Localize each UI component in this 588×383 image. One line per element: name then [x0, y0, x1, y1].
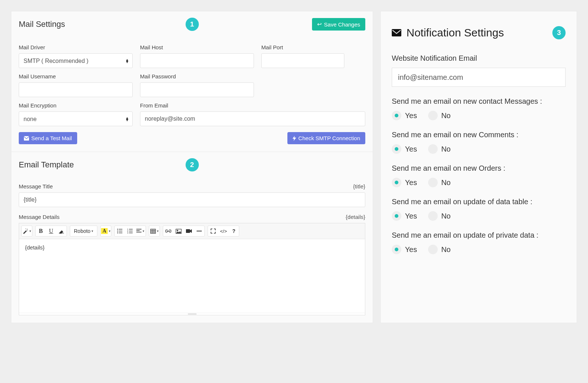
fullscreen-icon[interactable]	[208, 226, 218, 236]
mail-settings-title: Mail Settings	[19, 19, 65, 29]
text-color-icon[interactable]: A▾	[101, 226, 111, 236]
chevron-down-icon: ▾	[143, 229, 144, 233]
mail-username-input[interactable]	[19, 82, 133, 97]
check-smtp-button[interactable]: Check SMTP Connection	[287, 132, 365, 144]
mail-password-label: Mail Password	[140, 73, 254, 79]
radio-comments-yes[interactable]: Yes	[392, 144, 417, 154]
save-changes-label: Save Changes	[324, 21, 360, 28]
radio-icon	[428, 111, 438, 120]
table-icon[interactable]: ▾	[149, 226, 159, 236]
svg-rect-28	[186, 229, 190, 233]
mail-encryption-select[interactable]: none	[19, 111, 133, 126]
mail-driver-select[interactable]: SMTP ( Recommended )	[19, 53, 133, 68]
section-badge-2: 2	[186, 158, 199, 171]
chevron-down-icon: ▾	[92, 229, 93, 233]
radio-orders-yes[interactable]: Yes	[392, 178, 417, 187]
radio-private-no[interactable]: No	[428, 245, 451, 254]
mail-settings-panel: Mail Settings 1 ↩ Save Changes Mail Driv…	[11, 11, 373, 323]
radio-contact-no[interactable]: No	[428, 111, 451, 120]
radio-icon	[392, 111, 401, 120]
envelope-icon	[24, 136, 29, 141]
radio-icon	[392, 245, 401, 254]
resize-handle-icon[interactable]	[19, 313, 365, 315]
svg-point-3	[27, 230, 28, 231]
notification-settings-panel: Notification Settings 3 Website Notifica…	[380, 11, 577, 323]
radio-private-yes[interactable]: Yes	[392, 245, 417, 254]
chevron-down-icon: ▾	[157, 229, 159, 233]
section-badge-3: 3	[552, 26, 566, 39]
mail-host-input[interactable]	[140, 53, 254, 68]
chevron-down-icon: ▾	[109, 229, 111, 233]
link-icon[interactable]	[163, 226, 173, 236]
check-smtp-label: Check SMTP Connection	[298, 135, 360, 141]
radio-datatable-no[interactable]: No	[428, 211, 451, 221]
underline-icon[interactable]: U	[46, 226, 56, 236]
eraser-icon[interactable]	[56, 226, 67, 236]
radio-icon	[392, 144, 401, 154]
font-family-select[interactable]: Roboto ▾	[70, 226, 97, 236]
video-icon[interactable]	[184, 226, 194, 236]
mail-driver-label: Mail Driver	[19, 44, 133, 50]
from-email-input[interactable]	[140, 111, 365, 126]
radio-icon	[392, 178, 401, 187]
svg-rect-30	[392, 29, 401, 36]
message-details-editor[interactable]: {details}	[19, 239, 365, 313]
bold-icon[interactable]: B	[36, 226, 46, 236]
envelope-icon	[392, 29, 401, 36]
svg-rect-10	[119, 233, 122, 233]
horizontal-rule-icon[interactable]	[194, 226, 204, 236]
magic-icon[interactable]: ▾	[22, 226, 32, 236]
email-template-title: Email Template	[19, 160, 74, 170]
from-email-label: From Email	[140, 102, 365, 109]
paragraph-align-icon[interactable]: ▾	[135, 226, 146, 236]
radio-orders-no[interactable]: No	[428, 178, 451, 187]
svg-rect-20	[150, 229, 155, 233]
mail-port-input[interactable]	[261, 53, 344, 68]
svg-point-27	[177, 230, 178, 231]
unordered-list-icon[interactable]	[115, 226, 125, 236]
email-template-header: Email Template 2	[11, 152, 373, 176]
mail-username-label: Mail Username	[19, 73, 133, 79]
radio-comments-no[interactable]: No	[428, 144, 451, 154]
radio-icon	[428, 144, 438, 154]
radio-icon	[428, 178, 438, 187]
chevron-down-icon: ▾	[29, 229, 31, 233]
svg-rect-19	[136, 232, 141, 233]
notification-email-label: Website Notification Email	[392, 54, 566, 63]
notification-email-input[interactable]	[392, 68, 566, 87]
ordered-list-icon[interactable]: 123	[125, 226, 135, 236]
radio-icon	[428, 245, 438, 254]
svg-rect-29	[197, 231, 202, 231]
svg-rect-4	[59, 233, 64, 233]
svg-rect-18	[136, 230, 140, 231]
svg-rect-14	[129, 231, 133, 231]
question-comments: Send me an email on new Comments :	[392, 131, 566, 139]
svg-rect-8	[119, 231, 122, 231]
image-icon[interactable]	[173, 226, 184, 236]
save-changes-button[interactable]: ↩ Save Changes	[312, 18, 365, 31]
return-icon: ↩	[317, 21, 322, 28]
send-test-mail-button[interactable]: Send a Test Mail	[19, 132, 77, 144]
message-title-hint: {title}	[353, 183, 365, 189]
mail-host-label: Mail Host	[140, 44, 254, 50]
notification-settings-title: Notification Settings	[406, 26, 547, 39]
help-icon[interactable]: ?	[229, 226, 239, 236]
message-details-label: Message Details	[19, 214, 60, 220]
svg-text:3: 3	[127, 232, 128, 234]
rich-text-editor: ▾ B U Roboto	[19, 223, 365, 315]
mail-password-input[interactable]	[140, 82, 254, 97]
radio-contact-yes[interactable]: Yes	[392, 111, 417, 120]
send-test-mail-label: Send a Test Mail	[31, 135, 72, 141]
bolt-icon	[293, 136, 296, 141]
svg-point-1	[27, 229, 28, 230]
code-view-icon[interactable]: </>	[218, 226, 229, 236]
message-title-input[interactable]	[19, 192, 365, 207]
svg-rect-12	[129, 229, 133, 229]
mail-encryption-label: Mail Encryption	[19, 102, 133, 109]
radio-datatable-yes[interactable]: Yes	[392, 211, 417, 221]
question-data-table: Send me an email on update of data table…	[392, 198, 566, 206]
svg-point-2	[25, 228, 26, 229]
question-contact: Send me an email on new contact Messages…	[392, 97, 566, 106]
mail-settings-header: Mail Settings 1 ↩ Save Changes	[11, 11, 373, 37]
svg-point-7	[117, 231, 118, 232]
